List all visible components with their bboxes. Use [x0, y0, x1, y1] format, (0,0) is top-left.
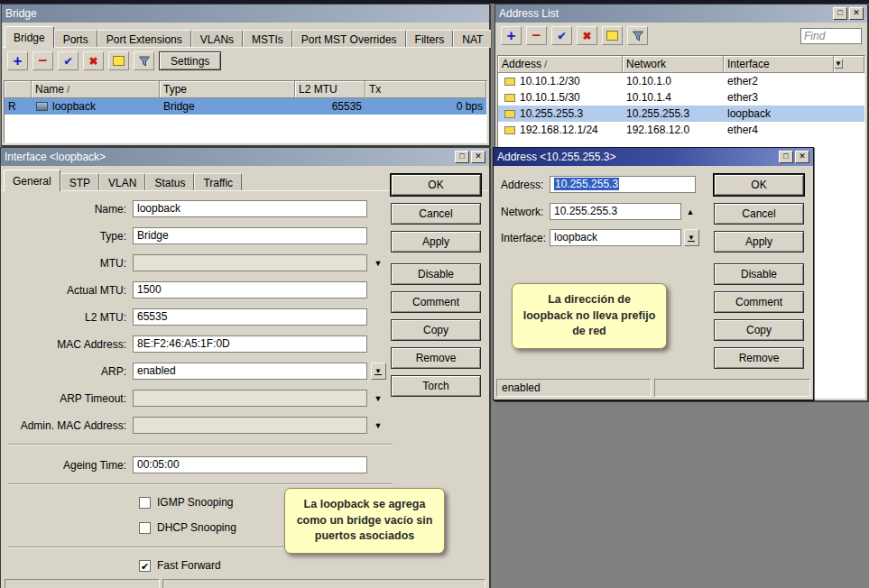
comment-button[interactable]: Comment — [391, 291, 481, 313]
settings-button[interactable]: Settings — [159, 51, 221, 70]
plus-icon: + — [507, 28, 516, 43]
find-input[interactable] — [800, 28, 862, 44]
maximize-button[interactable]: □ — [455, 151, 469, 163]
apply-button[interactable]: Apply — [391, 231, 481, 253]
actual-mtu-field[interactable]: 1500 — [133, 281, 367, 299]
arp-timeout-field[interactable] — [133, 390, 367, 407]
address-list-titlebar[interactable]: Address List □ ✕ — [495, 5, 867, 23]
address-statusbar: enabled — [496, 379, 810, 397]
igmp-snooping-label: IGMP Snooping — [157, 496, 234, 509]
address-row[interactable]: 10.10.1.2/30 10.10.1.0 ether2 — [498, 73, 864, 89]
copy-button[interactable]: Copy — [714, 319, 804, 341]
row-address-text: 192.168.12.1/24 — [520, 124, 598, 136]
address-dialog-titlebar[interactable]: Address <10.255.255.3> □ ✕ — [494, 148, 813, 166]
close-button[interactable]: ✕ — [471, 151, 485, 163]
address-field[interactable]: 10.255.255.3 — [550, 176, 696, 193]
tab-ports[interactable]: Ports — [54, 30, 97, 48]
column-name[interactable]: Name/ — [32, 81, 160, 98]
name-field[interactable]: loopback — [133, 200, 367, 217]
address-table-header: Address/ Network Interface ▼ — [498, 56, 864, 73]
remove-button[interactable]: − — [526, 26, 547, 45]
add-button[interactable]: + — [501, 26, 522, 45]
igmp-snooping-checkbox[interactable] — [139, 497, 151, 509]
enable-button[interactable]: ✔ — [551, 26, 572, 45]
torch-button[interactable]: Torch — [391, 375, 481, 397]
bridge-titlebar[interactable]: Bridge — [2, 5, 489, 23]
enable-button[interactable]: ✔ — [58, 51, 79, 70]
close-button[interactable]: ✕ — [795, 151, 809, 163]
maximize-button[interactable]: □ — [833, 7, 847, 20]
cancel-button[interactable]: Cancel — [391, 203, 481, 225]
tab-vlans[interactable]: VLANs — [191, 30, 243, 48]
mtu-field[interactable] — [133, 254, 367, 271]
filter-button[interactable] — [627, 26, 648, 45]
copy-button[interactable]: Copy — [391, 319, 481, 341]
network-label: Network: — [501, 206, 550, 218]
apply-button[interactable]: Apply — [714, 231, 804, 253]
tab-port-extensions[interactable]: Port Extensions — [97, 30, 191, 48]
tab-stp[interactable]: STP — [60, 173, 99, 191]
row-interface: ether3 — [724, 89, 864, 106]
tab-mstis[interactable]: MSTIs — [243, 30, 292, 48]
l2mtu-field[interactable]: 65535 — [133, 308, 367, 326]
disable-button[interactable]: Disable — [714, 263, 804, 285]
admin-mac-dropdown-icon[interactable]: ▼ — [374, 421, 383, 430]
address-row-selected[interactable]: 10.255.255.3 10.255.255.3 loopback — [498, 106, 864, 122]
add-button[interactable]: + — [7, 51, 28, 70]
column-chooser-button[interactable]: ▼ — [834, 59, 843, 69]
column-address[interactable]: Address/ — [498, 56, 623, 73]
desktop: Bridge Bridge Ports Port Extensions VLAN… — [0, 0, 869, 588]
ok-button[interactable]: OK — [714, 174, 804, 196]
column-interface[interactable]: Interface — [724, 56, 834, 73]
close-button[interactable]: ✕ — [849, 7, 864, 20]
address-row[interactable]: 10.10.1.5/30 10.10.1.4 ether3 — [498, 89, 864, 106]
cancel-button[interactable]: Cancel — [714, 203, 804, 225]
tab-bridge[interactable]: Bridge — [5, 26, 54, 48]
tab-general[interactable]: General — [4, 170, 60, 191]
address-row[interactable]: 192.168.12.1/24 192.168.12.0 ether4 — [498, 122, 864, 138]
tab-filters[interactable]: Filters — [406, 30, 454, 48]
network-unset-icon[interactable]: ▲ — [687, 207, 695, 216]
comment-button[interactable] — [602, 26, 623, 45]
arp-dropdown-button[interactable]: ▼ — [371, 363, 386, 380]
column-network[interactable]: Network — [623, 56, 724, 73]
interface-select[interactable]: loopback — [550, 229, 681, 246]
column-type[interactable]: Type — [160, 81, 295, 98]
ok-button[interactable]: OK — [391, 174, 481, 196]
maximize-button[interactable]: □ — [779, 151, 793, 163]
bridge-table-row[interactable]: R loopback Bridge 65535 0 bps — [5, 98, 486, 115]
column-flags[interactable] — [5, 81, 32, 98]
disable-button[interactable]: Disable — [391, 263, 481, 285]
interface-dialog-titlebar[interactable]: Interface <loopback> □ ✕ — [1, 148, 489, 166]
ageing-time-field[interactable]: 00:05:00 — [133, 456, 367, 473]
dhcp-snooping-checkbox[interactable] — [139, 522, 151, 534]
tab-status[interactable]: Status — [145, 173, 194, 191]
remove-button[interactable]: Remove — [391, 347, 481, 369]
arp-select[interactable]: enabled — [133, 363, 367, 380]
tab-port-mst-overrides[interactable]: Port MST Overrides — [292, 30, 406, 48]
disable-button[interactable]: ✖ — [83, 51, 104, 70]
filter-button[interactable] — [134, 51, 154, 70]
column-l2mtu[interactable]: L2 MTU — [295, 81, 365, 98]
remove-button[interactable]: Remove — [714, 347, 804, 369]
column-tx[interactable]: Tx — [365, 81, 486, 98]
address-list-title: Address List — [499, 7, 559, 20]
tab-nat[interactable]: NAT — [453, 30, 492, 48]
comment-button[interactable] — [108, 51, 129, 70]
fast-forward-checkbox[interactable]: ✔ — [139, 560, 151, 572]
mtu-dropdown-icon[interactable]: ▼ — [374, 259, 383, 268]
row-address-text: 10.255.255.3 — [520, 107, 583, 120]
tab-traffic[interactable]: Traffic — [194, 173, 242, 191]
arp-timeout-dropdown-icon[interactable]: ▼ — [374, 394, 383, 403]
network-field[interactable]: 10.255.255.3 — [550, 203, 681, 220]
type-field[interactable]: Bridge — [133, 227, 367, 244]
comment-button[interactable]: Comment — [714, 291, 804, 313]
interface-label: Interface: — [501, 232, 550, 244]
mac-address-field[interactable]: 8E:F2:46:A5:1F:0D — [133, 335, 367, 353]
admin-mac-field[interactable] — [133, 417, 367, 434]
tab-vlan[interactable]: VLAN — [99, 173, 145, 191]
interface-dropdown-button[interactable]: ▼ — [684, 229, 699, 246]
disable-button[interactable]: ✖ — [577, 26, 597, 45]
remove-button[interactable]: − — [32, 51, 53, 70]
interface-dialog-title: Interface <loopback> — [5, 151, 106, 163]
